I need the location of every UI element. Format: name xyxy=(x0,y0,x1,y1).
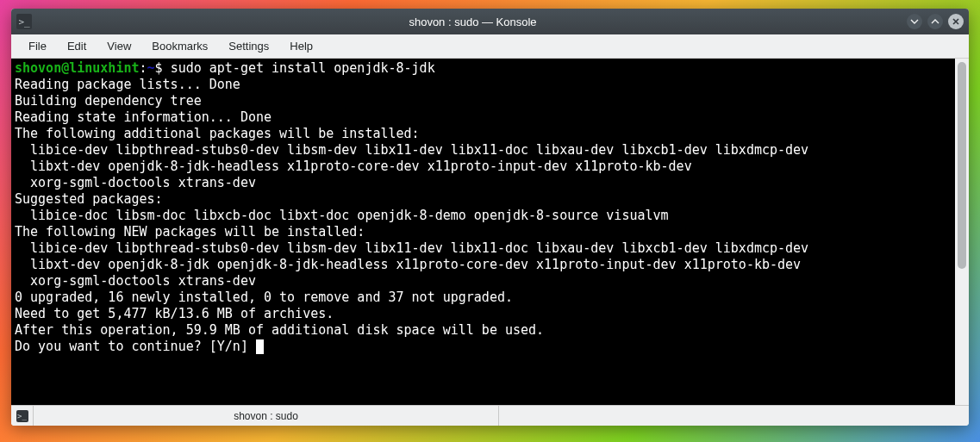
terminal-line: xorg-sgml-doctools xtrans-dev xyxy=(15,273,256,289)
terminal-line: libice-dev libpthread-stubs0-dev libsm-d… xyxy=(15,240,808,256)
terminal[interactable]: shovon@linuxhint:~$ sudo apt-get install… xyxy=(11,59,955,405)
menu-bookmarks[interactable]: Bookmarks xyxy=(143,36,216,56)
window-title: shovon : sudo — Konsole xyxy=(39,16,907,28)
close-button[interactable] xyxy=(948,14,964,29)
menu-file[interactable]: File xyxy=(20,36,55,56)
terminal-line: Do you want to continue? [Y/n] xyxy=(15,339,256,354)
terminal-line: Need to get 5,477 kB/13.6 MB of archives… xyxy=(15,306,334,321)
terminal-line: Building dependency tree xyxy=(15,93,256,109)
terminal-line: Suggested packages: xyxy=(15,191,163,207)
terminal-line: libice-doc libsm-doc libxcb-doc libxt-do… xyxy=(15,208,669,223)
menu-settings[interactable]: Settings xyxy=(220,36,278,56)
prompt-sep: : xyxy=(140,60,147,76)
scrollbar-thumb[interactable] xyxy=(958,62,966,269)
titlebar[interactable]: >_ shovon : sudo — Konsole xyxy=(11,9,969,34)
tab-label: shovon : sudo xyxy=(234,410,298,422)
app-icon: >_ xyxy=(16,14,32,29)
menu-help[interactable]: Help xyxy=(281,36,321,56)
prompt-userhost: shovon@linuxhint xyxy=(15,60,140,76)
terminal-container: shovon@linuxhint:~$ sudo apt-get install… xyxy=(11,59,969,405)
new-tab-button[interactable]: >_ xyxy=(11,406,34,426)
terminal-line: The following NEW packages will be insta… xyxy=(15,224,365,240)
terminal-line: Reading state information... Done xyxy=(15,109,272,125)
scrollbar[interactable] xyxy=(955,59,969,405)
terminal-line: libxt-dev openjdk-8-jdk-headless x11prot… xyxy=(15,159,692,174)
terminal-line: Reading package lists... Done xyxy=(15,77,240,92)
prompt-sigil: $ xyxy=(155,60,171,76)
terminal-line: 0 upgraded, 16 newly installed, 0 to rem… xyxy=(15,289,513,305)
tab-active[interactable]: shovon : sudo xyxy=(34,406,499,426)
konsole-window: >_ shovon : sudo — Konsole File Edit Vie… xyxy=(11,9,969,426)
menubar: File Edit View Bookmarks Settings Help xyxy=(11,34,969,59)
cursor-icon xyxy=(256,339,264,354)
command-text: sudo apt-get install openjdk-8-jdk xyxy=(171,60,435,76)
terminal-line: libice-dev libpthread-stubs0-dev libsm-d… xyxy=(15,142,808,158)
tabbar: >_ shovon : sudo xyxy=(11,405,969,426)
minimize-button[interactable] xyxy=(907,14,922,29)
terminal-line: xorg-sgml-doctools xtrans-dev xyxy=(15,175,256,190)
menu-view[interactable]: View xyxy=(98,36,140,56)
terminal-line: The following additional packages will b… xyxy=(15,126,420,141)
terminal-line: libxt-dev openjdk-8-jdk openjdk-8-jdk-he… xyxy=(15,257,801,272)
window-controls xyxy=(907,14,964,29)
menu-edit[interactable]: Edit xyxy=(59,36,95,56)
prompt-cwd: ~ xyxy=(147,60,155,76)
terminal-icon: >_ xyxy=(16,410,28,422)
tabbar-spacer xyxy=(499,406,969,426)
terminal-line: After this operation, 59.9 MB of additio… xyxy=(15,322,544,338)
maximize-button[interactable] xyxy=(927,14,943,29)
